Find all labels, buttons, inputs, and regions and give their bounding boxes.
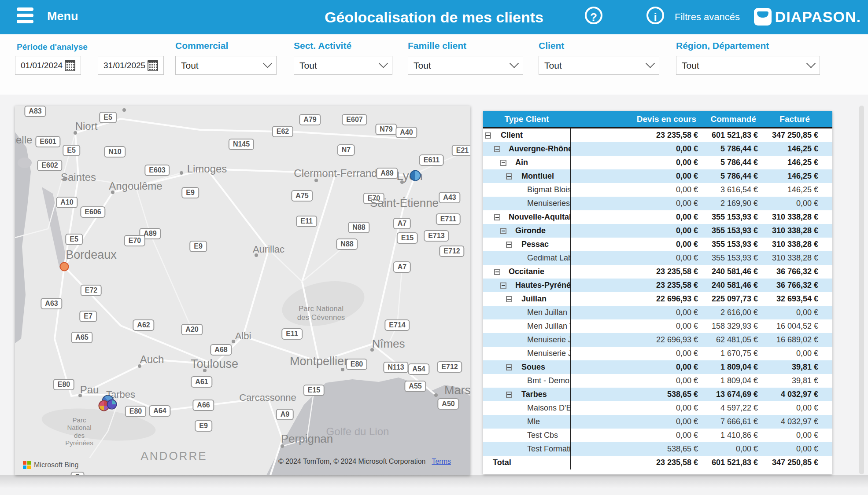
table-row[interactable]: Hautes-Pyrénées23 235,58 €240 581,46 €36… <box>483 279 832 292</box>
table-row[interactable]: Men Juillan Bis0,00 €2 616,00 €0,00 € <box>483 306 832 319</box>
table-row[interactable]: Tarbes538,65 €13 674,69 €4 032,97 € <box>483 388 832 401</box>
collapse-toggle-icon[interactable] <box>485 132 491 139</box>
column-header-commande[interactable]: Commandé <box>699 114 759 124</box>
value-cell: 5 786,44 € <box>699 172 759 181</box>
table-row[interactable]: Gedimat Labenne Roug…0,00 €355 153,93 €3… <box>483 251 832 265</box>
table-row[interactable]: Ain0,00 €5 786,44 €146,25 € <box>483 156 832 169</box>
table-row[interactable]: Mle0,00 €7 666,61 €4 032,97 € <box>483 415 832 429</box>
map-city-dot <box>314 179 318 182</box>
chevron-down-icon <box>646 59 655 68</box>
hamburger-menu-icon[interactable] <box>17 7 33 27</box>
collapse-toggle-icon[interactable] <box>506 173 512 180</box>
collapse-toggle-icon[interactable] <box>494 214 500 220</box>
road-shield-e11: E11 <box>281 328 303 340</box>
table-body: Client23 235,58 €601 521,83 €347 250,85 … <box>483 128 832 469</box>
date-from-input[interactable]: 01/01/2024 <box>15 56 81 75</box>
table-row[interactable]: Test Cbs0,00 €1 410,86 €0,00 € <box>483 429 832 442</box>
calendar-icon[interactable] <box>148 60 158 71</box>
map-visual[interactable]: Microsoft Bing 7 © 2024 TomTom, © 2024 M… <box>15 106 470 475</box>
road-shield-e62: E62 <box>272 126 293 137</box>
road-shield-e15: E15 <box>397 232 418 244</box>
page-scrollbar[interactable] <box>859 106 864 474</box>
table-row[interactable]: Bigmat Blois0,00 €3 616,54 €146,25 € <box>483 183 832 197</box>
collapse-toggle-icon[interactable] <box>494 269 500 275</box>
row-label-cell: Ain <box>483 158 570 167</box>
marker-bordeaux[interactable] <box>60 262 69 271</box>
filter-dropdown-1[interactable]: Tout <box>294 56 392 75</box>
menu-label[interactable]: Menu <box>47 10 78 23</box>
filter-dropdown-2[interactable]: Tout <box>408 56 523 75</box>
column-header-devis[interactable]: Devis en cours <box>570 114 699 124</box>
help-icon[interactable]: ? <box>585 7 602 24</box>
value-cell: 355 153,93 € <box>699 253 759 263</box>
table-row[interactable]: Men Juillan Ter0,00 €158 329,93 €16 004,… <box>483 319 832 333</box>
map-label-saint-tienne: Saint-Étienne <box>370 197 439 210</box>
table-row[interactable]: Bmt - Demo Start0,00 €1 809,04 €39,81 € <box>483 374 832 388</box>
terms-link[interactable]: Terms <box>432 458 451 465</box>
filter-dropdown-4[interactable]: Tout <box>676 56 820 75</box>
value-cell: 0,00 € <box>570 144 699 154</box>
value-cell: 146,25 € <box>759 144 819 154</box>
road-shield-e5: E5 <box>99 112 117 123</box>
table-row[interactable]: Soues0,00 €1 809,04 €39,81 € <box>483 360 832 374</box>
value-cell: 355 153,93 € <box>699 213 759 222</box>
row-label-cell: Maisons D'En France Re… <box>483 403 570 413</box>
table-row[interactable]: Menuiserie Juillanaise0,00 €1 670,75 €0,… <box>483 347 832 360</box>
bing-logo[interactable]: Microsoft Bing <box>23 461 78 469</box>
row-label-cell: Test Formation <box>483 444 570 454</box>
map-city-dot <box>111 191 115 194</box>
table-row[interactable]: Gironde0,00 €355 153,93 €310 338,28 € <box>483 224 832 238</box>
value-cell: 22 696,93 € <box>570 335 699 345</box>
collapse-toggle-icon[interactable] <box>500 228 506 234</box>
road-shield-e80: E80 <box>346 359 367 370</box>
date-to-input[interactable]: 31/01/2025 <box>98 56 164 75</box>
column-header-type-client[interactable]: Type Client <box>483 114 570 124</box>
table-row[interactable]: Pessac0,00 €355 153,93 €310 338,28 € <box>483 238 832 251</box>
table-row[interactable]: Juillan22 696,93 €225 097,73 €32 693,54 … <box>483 292 832 306</box>
value-cell: 0,00 € <box>570 322 699 331</box>
map-label-helle: helle <box>15 134 32 146</box>
table-row[interactable]: Menuiseries Gac0,00 €2 169,90 €0,00 € <box>483 197 832 210</box>
value-cell: 23 235,58 € <box>570 281 699 290</box>
table-row[interactable]: Menuiserie Juillan22 696,93 €62 481,05 €… <box>483 333 832 347</box>
road-shield-e711: E711 <box>436 213 461 225</box>
calendar-icon[interactable] <box>65 60 75 71</box>
marker-cluster-3[interactable] <box>107 400 117 410</box>
collapse-toggle-icon[interactable] <box>506 296 512 302</box>
advanced-filters-link[interactable]: Filtres avancés <box>675 11 740 23</box>
value-cell: 0,00 € <box>759 444 819 454</box>
collapse-toggle-icon[interactable] <box>500 282 506 289</box>
road-shield-n113: N113 <box>383 362 408 373</box>
map-label-montpellier: Montpellier <box>290 355 348 368</box>
road-shield-a20: A20 <box>181 324 203 335</box>
filter-dropdown-0[interactable]: Tout <box>175 56 277 75</box>
collapse-toggle-icon[interactable] <box>506 392 512 398</box>
zoom-level-badge: 7 <box>71 472 85 475</box>
value-cell: 36 766,32 € <box>759 281 819 290</box>
road-shield-a89: A89 <box>376 168 398 179</box>
value-cell: 36 766,32 € <box>759 267 819 276</box>
table-row[interactable]: Occitanie23 235,58 €240 581,46 €36 766,3… <box>483 265 832 279</box>
road-shield-e11: E11 <box>296 216 317 227</box>
value-cell: 0,00 € <box>570 376 699 385</box>
collapse-toggle-icon[interactable] <box>506 242 512 248</box>
map-label-clermont-ferrand: Clermont-Ferrand <box>294 167 377 180</box>
marker-lyon[interactable] <box>410 170 421 181</box>
table-row[interactable]: Nouvelle-Aquitaine0,00 €355 153,93 €310 … <box>483 210 832 224</box>
road-shield-e712: E712 <box>437 361 462 373</box>
collapse-toggle-icon[interactable] <box>494 146 500 152</box>
dropdown-value: Tout <box>544 60 562 71</box>
map-city-dot <box>400 180 404 184</box>
table-row[interactable]: Client23 235,58 €601 521,83 €347 250,85 … <box>483 128 832 142</box>
table-row[interactable]: Montluel0,00 €5 786,44 €146,25 € <box>483 169 832 183</box>
road-shield-n10: N10 <box>104 146 126 158</box>
collapse-toggle-icon[interactable] <box>506 364 512 370</box>
column-header-facture[interactable]: Facturé <box>759 114 819 124</box>
chevron-down-icon <box>263 59 272 68</box>
info-icon[interactable]: i <box>646 7 664 24</box>
table-row[interactable]: Auvergne-Rhône-Alpes0,00 €5 786,44 €146,… <box>483 142 832 156</box>
table-row[interactable]: Maisons D'En France Re…0,00 €4 597,22 €0… <box>483 401 832 415</box>
collapse-toggle-icon[interactable] <box>500 160 506 166</box>
filter-dropdown-3[interactable]: Tout <box>539 56 659 75</box>
table-row[interactable]: Test Formation538,65 €0,00 €0,00 € <box>483 442 832 456</box>
